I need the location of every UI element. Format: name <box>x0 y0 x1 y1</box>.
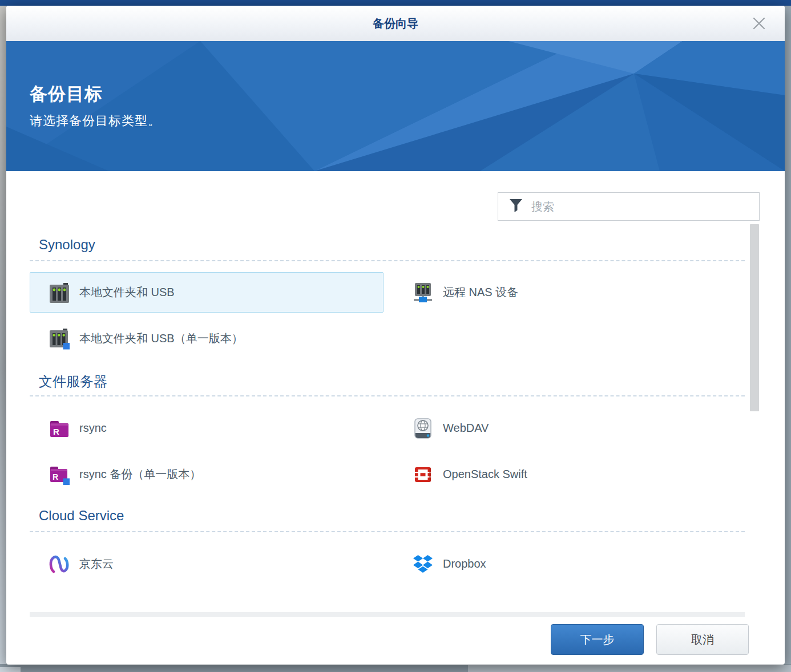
section-divider <box>30 260 745 261</box>
item-label: Dropbox <box>443 557 486 570</box>
wizard-banner: 备份目标 请选择备份目标类型。 <box>6 41 785 171</box>
banner-title: 备份目标 <box>30 82 161 106</box>
search-box <box>498 192 760 221</box>
cancel-button[interactable]: 取消 <box>656 624 749 655</box>
list-item-local-folder-usb[interactable]: 本地文件夹和 USB <box>30 272 384 313</box>
next-button[interactable]: 下一步 <box>551 624 644 655</box>
close-icon <box>752 23 766 33</box>
nas-local-single-version-icon <box>48 327 71 350</box>
vertical-scrollbar-thumb[interactable] <box>750 224 759 411</box>
item-label: 京东云 <box>79 556 114 572</box>
jd-cloud-icon <box>48 553 71 576</box>
openstack-icon <box>411 463 434 486</box>
list-item-openstack-swift[interactable]: OpenStack Swift <box>405 454 758 495</box>
filter-icon <box>508 198 523 215</box>
item-label: 本地文件夹和 USB <box>79 285 175 300</box>
section-divider <box>30 531 745 532</box>
dropbox-icon <box>411 553 434 576</box>
item-label: rsync 备份（单一版本） <box>79 467 201 482</box>
list-item-dropbox[interactable]: Dropbox <box>405 544 758 584</box>
svg-text:R: R <box>53 472 58 481</box>
item-label: OpenStack Swift <box>443 468 527 481</box>
desktop-background-left <box>0 6 6 665</box>
section-header-cloud-service: Cloud Service <box>39 508 124 524</box>
backup-wizard-dialog: 备份向导 备份目标 请选择备份目标类型。 <box>6 6 785 665</box>
item-label: WebDAV <box>443 422 489 435</box>
list-item-jd-cloud[interactable]: 京东云 <box>30 544 384 584</box>
list-item-remote-nas[interactable]: 远程 NAS 设备 <box>405 272 758 313</box>
banner-subtitle: 请选择备份目标类型。 <box>30 112 161 129</box>
webdav-globe-drive-icon <box>411 417 434 440</box>
rsync-folder-icon: R <box>48 417 71 440</box>
section-header-synology: Synology <box>39 237 95 253</box>
item-label: 远程 NAS 设备 <box>443 285 518 300</box>
nas-local-icon <box>48 281 71 304</box>
svg-text:R: R <box>53 427 59 436</box>
desktop-background-bottom-left <box>0 667 21 672</box>
section-header-file-server: 文件服务器 <box>39 373 107 391</box>
rsync-single-version-icon: R <box>48 463 71 486</box>
dialog-title: 备份向导 <box>6 6 785 41</box>
list-item-local-folder-usb-single[interactable]: 本地文件夹和 USB（单一版本） <box>30 318 384 359</box>
desktop-taskbar-strip <box>0 0 791 6</box>
list-item-rsync-backup-single[interactable]: R rsync 备份（单一版本） <box>30 454 384 495</box>
list-item-webdav[interactable]: WebDAV <box>405 408 758 448</box>
list-item-rsync[interactable]: R rsync <box>30 408 384 448</box>
close-button[interactable] <box>752 16 766 31</box>
search-input[interactable] <box>531 200 752 213</box>
item-label: rsync <box>79 422 107 435</box>
dialog-titlebar[interactable]: 备份向导 <box>6 6 785 41</box>
scroll-area-bottom-track <box>30 612 745 617</box>
desktop-background-bottom-right <box>468 665 791 672</box>
item-label: 本地文件夹和 USB（单一版本） <box>79 331 243 346</box>
section-divider <box>30 395 745 396</box>
nas-remote-icon <box>411 281 434 304</box>
